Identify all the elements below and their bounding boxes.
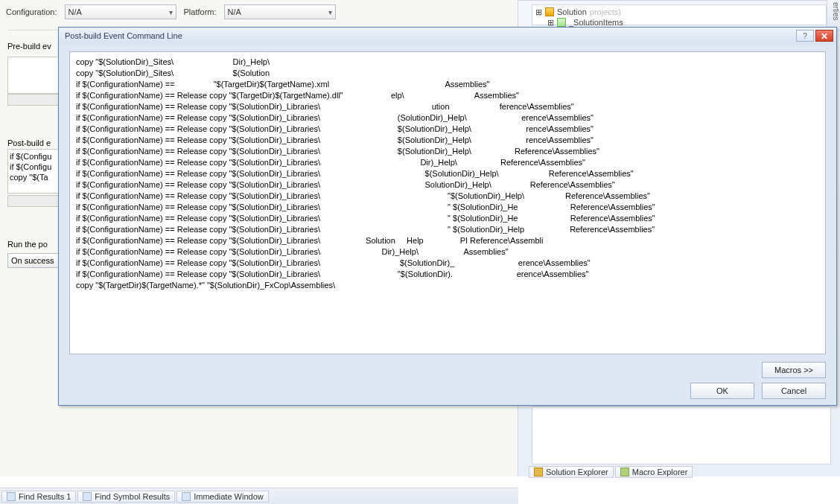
plus-icon[interactable]: ⊞ [535,7,542,17]
config-platform-row: Configuration: N/A ▾ Platform: N/A ▾ [6,4,336,19]
find-results-tab[interactable]: Find Results 1 [1,491,76,503]
prebuild-section-label: Pre-build ev [7,42,51,51]
plus-icon[interactable]: ⊞ [547,17,554,28]
find-symbol-icon [83,492,92,501]
close-button[interactable]: ✕ [815,30,833,42]
folder-text[interactable]: _SolutionItems [569,17,623,28]
platform-value: N/A [228,7,241,16]
help-icon: ? [803,32,807,40]
ok-button[interactable]: OK [690,383,754,399]
configuration-value: N/A [69,7,82,16]
tab-label: Find Results 1 [19,492,71,501]
postbuild-dialog: Post-build Event Command Line ? ✕ copy "… [58,27,837,406]
configuration-label: Configuration: [6,7,57,16]
chevron-down-icon: ▾ [328,8,332,16]
platform-combo[interactable]: N/A ▾ [224,4,336,19]
solution-explorer-body [532,406,831,465]
solution-text[interactable]: Solution [557,7,587,17]
help-button[interactable]: ? [796,30,814,42]
folder-icon [557,18,566,27]
close-icon: ✕ [821,31,828,40]
tab-label: Immediate Window [194,492,264,501]
dialog-title: Post-build Event Command Line [65,31,795,40]
solution-explorer-icon [534,468,543,476]
tab-label: Find Symbol Results [95,492,170,501]
folder-node: ⊞ _SolutionItems [535,17,823,28]
solution-node: ⊞ Solution projects) [535,7,823,17]
cancel-button[interactable]: Cancel [762,383,826,399]
tab-label: Macro Explorer [632,468,688,476]
solution-explorer-tab[interactable]: Solution Explorer [529,466,614,478]
run-label: Run the po [7,240,48,249]
macro-explorer-tab[interactable]: Macro Explorer [615,466,693,478]
macros-button[interactable]: Macros >> [762,362,826,378]
configuration-combo[interactable]: N/A ▾ [65,4,176,19]
immediate-window-icon [182,492,191,501]
find-symbol-tab[interactable]: Find Symbol Results [77,491,175,503]
immediate-window-tab[interactable]: Immediate Window [176,491,269,503]
postbuild-section-label: Post-build e [7,138,51,147]
bottom-tool-tabs: Find Results 1 Find Symbol Results Immed… [0,488,518,504]
dialog-titlebar[interactable]: Post-build Event Command Line ? ✕ [59,28,836,44]
command-line-textarea[interactable]: copy "$(SolutionDir)_Sites\ Dir)_Help\ c… [69,51,826,354]
run-postbuild-value: On success [11,256,54,265]
platform-label: Platform: [184,7,217,16]
chevron-down-icon: ▾ [169,8,173,16]
macro-explorer-icon [620,468,629,476]
find-results-icon [7,492,16,501]
tab-label: Solution Explorer [546,468,608,476]
solution-explorer-tree[interactable]: ⊞ Solution projects) ⊞ _SolutionItems [532,4,827,25]
solution-icon [545,7,554,16]
solution-suffix: projects) [590,7,621,17]
